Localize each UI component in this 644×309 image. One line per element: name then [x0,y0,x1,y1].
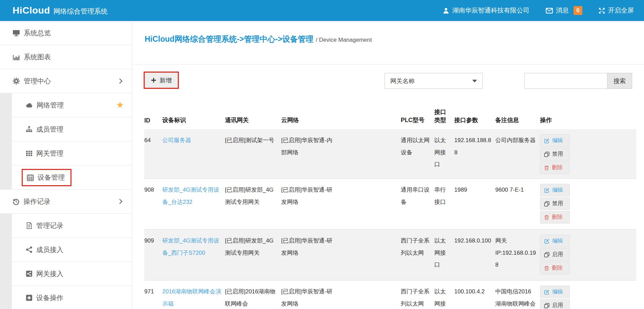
app-logo: HiCloud 网络综合管理系统 [13,5,108,16]
device-link[interactable]: 研发部_4G测试专用设备_西门子S7200 [162,237,219,256]
star-icon: ★ [116,100,124,109]
sidebar-item-label: 成员接入 [36,245,63,254]
gateway-filter-select[interactable]: 网关名称 [385,73,483,89]
table-row: 909研发部_4G测试专用设备_西门子S7200[已启用]研发部_4G测试专用网… [144,230,636,281]
cell-network: [已启用]华辰智通-内部网络 [281,129,401,179]
sidebar-item-admin-log[interactable]: 管理记录 [0,214,132,238]
cell-iface-type: 以太网接口 [434,129,454,179]
cell-gateway: [已启用]2016湖南物联网峰会 [225,281,281,309]
edit-button[interactable]: 编辑 [540,134,570,147]
add-button-label: 新增 [160,76,172,84]
cell-iface-params: 192.168.0.100 [454,230,495,281]
sidebar-item-member-mgmt[interactable]: 成员管理 [0,117,132,141]
add-button[interactable]: 新增 [145,73,178,88]
trash-icon [544,215,549,220]
cell-device: 研发部_4G测试专用设备_西门子S7200 [162,230,225,281]
brand-suffix: 网络综合管理系统 [54,7,108,16]
share-icon [26,246,33,253]
table-row: 9712016湖南物联网峰会演示箱[已启用]2016湖南物联网峰会[已启用]华辰… [144,281,636,309]
sidebar-item-label: 系统图表 [24,53,51,62]
cell-plc: 通用串口设备 [401,179,434,230]
sidebar-item-label: 管理记录 [36,221,63,230]
clone-icon [544,303,549,308]
sidebar-item-device-operate[interactable]: 设备操作 [0,286,132,309]
edit-icon [544,238,549,244]
messages-label: 消息 [556,6,569,15]
sidebar-item-gateway-access[interactable]: 网关接入 [0,262,132,286]
clone-icon [544,201,549,207]
chevron-right-icon [117,78,123,84]
device-table-body: 64公司服务器[已启用]测试架一号[已启用]华辰智通-内部网络通用以太网设备以太… [144,129,636,309]
column-header-2: 通讯网关 [225,98,281,129]
breadcrumb: HiCloud网络综合管理系统->管理中心->设备管理 [145,35,313,43]
edit-button[interactable]: 编辑 [540,286,570,298]
cell-id: 64 [144,129,162,179]
cell-device: 2016湖南物联网峰会演示箱 [162,281,225,309]
sidebar-item-device-mgmt[interactable]: 设备管理 [0,166,132,190]
plus-icon [151,77,157,83]
device-link[interactable]: 公司服务器 [162,137,191,143]
cell-gateway: [已启用]研发部_4G测试专用网关 [225,179,281,230]
caret-down-icon [472,80,477,82]
sidebar-item-member-access[interactable]: 成员接入 [0,238,132,262]
sidebar-item-gateway-mgmt[interactable]: 网关管理 [0,141,132,166]
cell-plc: 通用以太网设备 [401,129,434,179]
company-name: 湖南华辰智通科技有限公司 [452,6,529,15]
chevron-right-icon [117,199,123,204]
device-link[interactable]: 研发部_4G测试专用设备_台达232 [162,187,219,205]
device-link[interactable]: 2016湖南物联网峰会演示箱 [162,288,221,307]
cell-remark: 中国电信2016湖南物联网峰会 [495,281,540,309]
fullscreen-icon [599,7,605,14]
cell-network: [已启用]华辰智通-研发网络 [281,230,401,281]
column-header-3: 云网络 [281,98,401,129]
sidebar-item-label: 网关管理 [36,149,63,158]
cell-remark: 网关 IP:192.168.0.198 [495,230,540,281]
sidebar-item-label: 管理中心 [24,77,51,86]
sidebar-item-label: 设备管理 [38,173,65,182]
user-icon [443,7,449,14]
cell-device: 公司服务器 [162,129,225,179]
enable-button[interactable]: 启用 [540,248,570,261]
document-icon [26,222,33,229]
cell-device: 研发部_4G测试专用设备_台达232 [162,179,225,230]
sidebar-menu: 系统总览系统图表管理中心网络管理★成员管理网关管理设备管理操作记录管理记录成员接… [0,21,132,309]
fullscreen-toggle[interactable]: 开启全屏 [599,6,634,15]
main-content: HiCloud网络综合管理系统->管理中心->设备管理/ Device Mana… [132,21,644,309]
search-button[interactable]: 搜索 [607,73,632,89]
cell-actions: 编辑启用删除 [540,230,636,281]
delete-button[interactable]: 删除 [540,211,570,224]
account-menu[interactable]: 湖南华辰智通科技有限公司 [443,6,529,15]
sidebar-item-operation-log[interactable]: 操作记录 [0,190,132,214]
edit-button[interactable]: 编辑 [540,184,570,196]
cell-iface-params: 100.100.4.2 [454,281,495,309]
messages-menu[interactable]: 消息 0 [546,6,582,15]
breadcrumb-subtitle: / Device Management [316,37,372,43]
gears-icon [13,77,20,85]
column-header-4: PLC型号 [401,98,434,129]
edit-button[interactable]: 编辑 [540,235,570,247]
cell-gateway: [已启用]测试架一号 [225,129,281,179]
delete-button[interactable]: 删除 [540,262,570,274]
search-group: 搜索 [524,73,632,89]
cell-iface-type: 以太网接口 [434,281,454,309]
sidebar-item-label: 网关接入 [36,269,63,278]
clone-icon [544,252,549,257]
enable-button[interactable]: 启用 [540,299,570,309]
table-row: 64公司服务器[已启用]测试架一号[已启用]华辰智通-内部网络通用以太网设备以太… [144,129,636,179]
chart-icon [13,53,20,61]
disable-button[interactable]: 禁用 [540,197,570,210]
search-input[interactable] [524,73,607,89]
sidebar-item-label: 操作记录 [23,197,50,206]
sidebar-item-network-mgmt[interactable]: 网络管理★ [0,93,132,117]
sidebar-item-system-charts[interactable]: 系统图表 [0,45,132,69]
sidebar-item-admin-center[interactable]: 管理中心 [0,69,132,93]
trash-icon [544,165,549,171]
cell-network: [已启用]华辰智通-研发网络 [281,281,401,309]
sidebar: 系统总览系统图表管理中心网络管理★成员管理网关管理设备管理操作记录管理记录成员接… [0,21,132,309]
sidebar-item-system-overview[interactable]: 系统总览 [0,21,132,45]
cell-actions: 编辑启用删除 [540,281,636,309]
disable-button[interactable]: 禁用 [540,148,570,160]
cell-id: 908 [144,179,162,230]
delete-button[interactable]: 删除 [540,161,570,174]
table-row: 908研发部_4G测试专用设备_台达232[已启用]研发部_4G测试专用网关[已… [144,179,636,230]
